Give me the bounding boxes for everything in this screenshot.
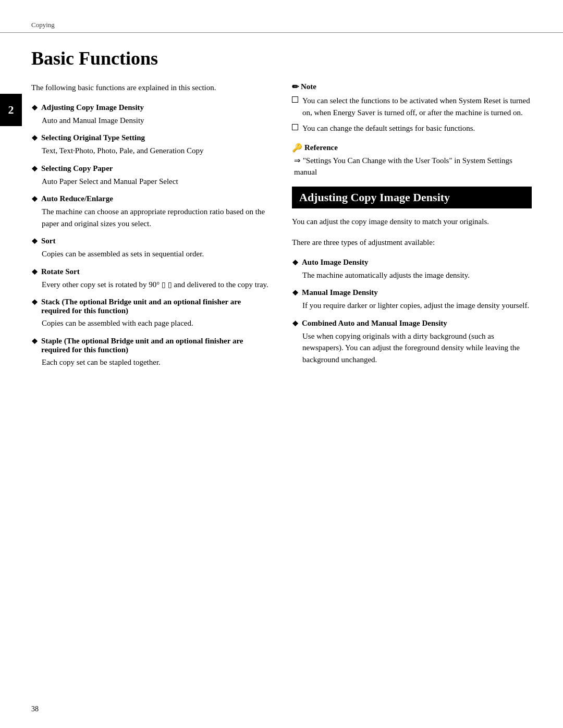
note-item-text-1: You can select the functions to be activ… [302,95,532,118]
section-stack: ❖ Stack (The optional Bridge unit and an… [31,298,271,329]
page-title: Basic Functions [0,47,563,69]
chapter-number: 2 [8,103,14,117]
bullet-6: ❖ [31,268,38,277]
section-body-2: Text, Text·Photo, Photo, Pale, and Gener… [42,145,271,157]
bullet-2: ❖ [31,134,38,143]
section-heading-6: ❖ Rotate Sort [31,267,271,277]
section-body-6: Every other copy set is rotated by 90° ▯… [42,279,271,291]
bullet-8: ❖ [31,337,38,346]
note-heading-text: Note [301,82,316,91]
right-section-heading-text-1: Auto Image Density [302,258,369,267]
breadcrumb: Copying [0,21,563,33]
chapter-tab: 2 [0,94,22,126]
section-heading-7: ❖ Stack (The optional Bridge unit and an… [31,298,271,315]
section-heading-3: ❖ Selecting Copy Paper [31,164,271,174]
section-sort: ❖ Sort Copies can be assembled as sets i… [31,237,271,260]
page-number: 38 [31,705,39,713]
right-section-body-3: Use when copying originals with a dirty … [302,330,532,366]
section-heading-text-4: Auto Reduce/Enlarge [41,194,113,203]
right-bullet-3: ❖ [292,319,299,328]
bullet-1: ❖ [31,104,38,113]
section-heading-text-1: Adjusting Copy Image Density [41,103,144,112]
section-heading-text-7: Stack (The optional Bridge unit and an o… [41,298,271,315]
note-block: ✏ Note You can select the functions to b… [292,82,532,134]
section-heading-4: ❖ Auto Reduce/Enlarge [31,194,271,204]
right-section-title: Adjusting Copy Image Density [292,187,532,208]
reference-heading-text: Reference [304,143,338,152]
right-intro2: There are three types of adjustment avai… [292,237,532,249]
reference-block: 🔑 Reference ⇒ "Settings You Can Change w… [292,143,532,178]
right-section-heading-3: ❖ Combined Auto and Manual Image Density [292,319,532,328]
right-section-heading-text-3: Combined Auto and Manual Image Density [302,319,447,328]
right-sections: ❖ Auto Image Density The machine automat… [292,258,532,366]
reference-body: ⇒ "Settings You Can Change with the User… [294,155,532,178]
note-item-text-2: You can change the default settings for … [302,122,475,134]
section-heading-text-2: Selecting Original Type Setting [41,133,145,142]
section-heading-8: ❖ Staple (The optional Bridge unit and a… [31,337,271,354]
left-sections: ❖ Adjusting Copy Image Density Auto and … [31,103,271,368]
section-heading-text-6: Rotate Sort [41,267,80,276]
section-staple: ❖ Staple (The optional Bridge unit and a… [31,337,271,368]
right-section-heading-text-2: Manual Image Density [302,288,378,297]
right-column: ✏ Note You can select the functions to b… [292,82,532,371]
note-item-2: You can change the default settings for … [292,122,532,134]
right-section-manual-image-density: ❖ Manual Image Density If you require da… [292,288,532,312]
right-section-combined: ❖ Combined Auto and Manual Image Density… [292,319,532,366]
section-adjusting-copy-image-density: ❖ Adjusting Copy Image Density Auto and … [31,103,271,127]
section-heading-text-5: Sort [41,237,56,245]
reference-icon: 🔑 [292,143,302,153]
right-bullet-2: ❖ [292,289,299,298]
section-body-1: Auto and Manual Image Density [42,115,271,127]
section-body-8: Each copy set can be stapled together. [42,356,271,368]
note-item-1: You can select the functions to be activ… [292,95,532,118]
page-container: Copying 2 Basic Functions The following … [0,0,563,728]
bullet-7: ❖ [31,298,38,307]
section-heading-text-8: Staple (The optional Bridge unit and an … [41,337,271,354]
section-heading-2: ❖ Selecting Original Type Setting [31,133,271,143]
section-heading-text-3: Selecting Copy Paper [41,164,113,173]
section-body-3: Auto Paper Select and Manual Paper Selec… [42,176,271,188]
section-rotate-sort: ❖ Rotate Sort Every other copy set is ro… [31,267,271,291]
right-intro: You can adjust the copy image density to… [292,216,532,228]
right-section-body-2: If you require darker or lighter copies,… [302,300,532,312]
right-section-auto-image-density: ❖ Auto Image Density The machine automat… [292,258,532,281]
bullet-3: ❖ [31,165,38,174]
right-bullet-1: ❖ [292,258,299,267]
section-heading-1: ❖ Adjusting Copy Image Density [31,103,271,113]
note-checkbox-2 [292,124,298,130]
section-body-4: The machine can choose an appropriate re… [42,206,271,229]
breadcrumb-text: Copying [31,21,55,29]
section-body-7: Copies can be assembled with each page p… [42,317,271,329]
section-auto-reduce-enlarge: ❖ Auto Reduce/Enlarge The machine can ch… [31,194,271,229]
bullet-4: ❖ [31,195,38,204]
bullet-5: ❖ [31,237,38,246]
note-heading: ✏ Note [292,82,532,92]
note-checkbox-1 [292,96,298,103]
two-column-layout: The following basic functions are explai… [0,82,563,371]
rotate-symbols: ▯ ▯ [162,281,172,289]
section-selecting-copy-paper: ❖ Selecting Copy Paper Auto Paper Select… [31,164,271,188]
section-body-5: Copies can be assembled as sets in seque… [42,248,271,260]
reference-heading: 🔑 Reference [292,143,532,153]
note-icon: ✏ [292,82,299,92]
intro-text: The following basic functions are explai… [31,82,271,94]
right-section-heading-2: ❖ Manual Image Density [292,288,532,298]
section-selecting-original: ❖ Selecting Original Type Setting Text, … [31,133,271,157]
right-section-body-1: The machine automatically adjusts the im… [302,269,532,281]
left-column: The following basic functions are explai… [31,82,271,371]
right-section-heading-1: ❖ Auto Image Density [292,258,532,267]
section-heading-5: ❖ Sort [31,237,271,246]
